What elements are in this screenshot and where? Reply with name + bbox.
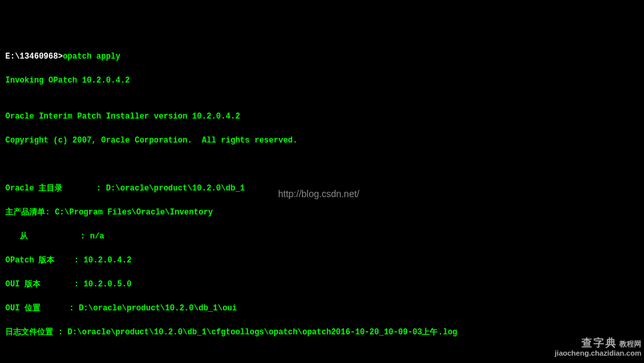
command-text: opatch apply xyxy=(63,52,120,61)
output-line: Oracle Interim Patch Installer version 1… xyxy=(5,111,639,123)
watermark-corner: 查字典 教程网 jiaocheng.chazidian.com xyxy=(555,336,641,358)
output-line: Copyright (c) 2007, Oracle Corporation. … xyxy=(5,135,639,147)
output-line: 日志文件位置 : D:\oracle\product\10.2.0\db_1\c… xyxy=(5,326,639,338)
output-line: OPatch 版本 : 10.2.0.4.2 xyxy=(5,254,639,266)
output-line: Invoking OPatch 10.2.0.4.2 xyxy=(5,75,639,87)
command-line[interactable]: E:\13460968>opatch apply xyxy=(5,51,639,63)
prompt-path: E:\13460968> xyxy=(5,52,63,61)
output-line: 主产品清单: C:\Program Files\Oracle\Inventory xyxy=(5,206,639,218)
watermark-domain: jiaocheng.chazidian.com xyxy=(555,349,641,357)
output-line: Oracle 主目录 : D:\oracle\product\10.2.0\db… xyxy=(5,182,639,194)
output-line: OUI 版本 : 10.2.0.5.0 xyxy=(5,278,639,290)
watermark-sub: 教程网 xyxy=(619,340,641,348)
output-line: 从 : n/a xyxy=(5,230,639,242)
watermark-brand: 查字典 xyxy=(581,337,617,348)
output-line: OUI 位置 : D:\oracle\product\10.2.0\db_1\o… xyxy=(5,302,639,314)
